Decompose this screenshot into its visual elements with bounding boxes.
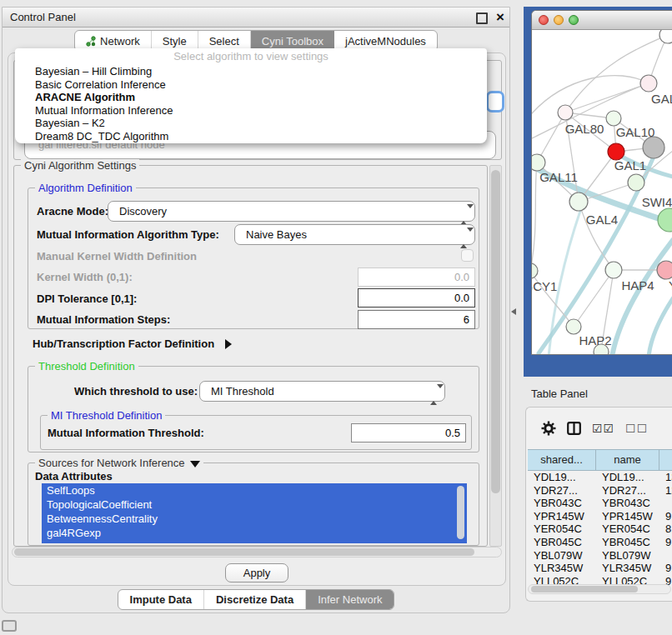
- checked-boxes-icon[interactable]: ☑☑: [592, 422, 614, 435]
- node-table: shared...name YDL19...YDL19...13YDR27...…: [528, 449, 672, 588]
- network-edge[interactable]: [574, 270, 614, 327]
- node-GCY1[interactable]: [532, 263, 538, 278]
- node-label-GAL: GAL: [651, 92, 672, 106]
- network-edge[interactable]: [532, 76, 649, 113]
- hub-tf-definition-label: Hub/Transcription Factor Definition: [33, 338, 214, 350]
- close-window-icon[interactable]: [539, 15, 549, 25]
- dock-panel-icon[interactable]: [2, 620, 17, 632]
- manual-kernel-width-checkbox[interactable]: [461, 249, 474, 262]
- network-canvas[interactable]: GALGAL80GAL10GAL1GAL11SWI4GAL4GCY1HAP4YH…: [532, 30, 672, 355]
- mi-threshold-input[interactable]: [351, 423, 466, 442]
- node-SWI4[interactable]: [628, 174, 644, 191]
- table-cell: YDR27...: [596, 484, 659, 498]
- node-pink-top[interactable]: [640, 75, 657, 92]
- node-pink-right[interactable]: [657, 261, 672, 279]
- network-edge[interactable]: [612, 240, 672, 355]
- node-HAP4[interactable]: [605, 262, 622, 278]
- node-top[interactable]: [659, 30, 672, 43]
- aracne-mode-combo[interactable]: Discovery: [108, 201, 475, 222]
- sources-legend[interactable]: Sources for Network Inference: [35, 457, 203, 469]
- node-GAL80[interactable]: [558, 105, 573, 120]
- dpi-tolerance-input[interactable]: [358, 288, 475, 308]
- table-cell: YLR345W: [596, 562, 659, 575]
- column-header-name[interactable]: name: [596, 450, 659, 470]
- table-cell: YPR145W: [528, 510, 596, 523]
- table-horizontal-scrollbar-thumb[interactable]: [531, 586, 638, 592]
- settings-vertical-scrollbar-thumb[interactable]: [491, 170, 500, 493]
- attribute-item[interactable]: SelfLoops: [42, 483, 467, 498]
- control-panel: Control Panel × NetworkStyleSelectCyni T…: [2, 7, 510, 613]
- bottom-tab-infer-network[interactable]: Infer Network: [306, 590, 394, 609]
- algorithm-combo-focus-fragment[interactable]: [486, 91, 504, 112]
- table-cell: [659, 549, 672, 562]
- settings-vertical-scrollbar[interactable]: [489, 165, 502, 547]
- node-gray[interactable]: [643, 137, 664, 158]
- network-edge[interactable]: [649, 298, 672, 355]
- which-threshold-combo[interactable]: MI Threshold: [199, 381, 445, 402]
- mi-algorithm-type-combo[interactable]: Naive Bayes: [234, 224, 475, 245]
- algorithm-option[interactable]: Basic Correlation Inference: [15, 78, 487, 92]
- threshold-definition-legend: Threshold Definition: [35, 360, 138, 372]
- table-cell: YBR045C: [528, 536, 596, 549]
- attribute-item[interactable]: gal4RGexp: [42, 526, 467, 540]
- network-window-titlebar[interactable]: [532, 11, 672, 30]
- algorithm-option[interactable]: Bayesian – Hill Climbing: [15, 65, 487, 78]
- node-GAL11[interactable]: [532, 154, 545, 171]
- algorithm-option[interactable]: ARACNE Algorithm: [15, 91, 487, 104]
- application-window: Control Panel × NetworkStyleSelectCyni T…: [0, 0, 672, 635]
- table-row[interactable]: YBR045CYBR045C9.: [528, 536, 672, 549]
- column-header-shared...[interactable]: shared...: [528, 450, 596, 470]
- settings-horizontal-scrollbar[interactable]: [12, 547, 502, 558]
- mi-steps-input[interactable]: [358, 310, 475, 329]
- bottom-tab-discretize-data[interactable]: Discretize Data: [204, 590, 306, 609]
- table-horizontal-scrollbar[interactable]: [528, 584, 671, 594]
- network-edge[interactable]: [532, 162, 537, 271]
- unchecked-boxes-icon[interactable]: ☐☐: [625, 422, 648, 435]
- node-GAL4[interactable]: [569, 192, 588, 211]
- node-GAL1[interactable]: [608, 143, 624, 160]
- node-HAP2[interactable]: [566, 319, 581, 334]
- network-view-panel: GALGAL80GAL10GAL1GAL11SWI4GAL4GCY1HAP4YH…: [524, 7, 672, 377]
- table-cell: YER054C: [528, 522, 596, 536]
- table-row[interactable]: YDL19...YDL19...13: [528, 471, 672, 484]
- float-panel-icon[interactable]: [476, 12, 488, 24]
- table-row[interactable]: YER054CYER054C8.: [528, 522, 672, 536]
- zoom-window-icon[interactable]: [569, 15, 579, 25]
- algorithm-option[interactable]: Bayesian – K2: [15, 117, 487, 130]
- network-window: GALGAL80GAL10GAL1GAL11SWI4GAL4GCY1HAP4YH…: [531, 10, 672, 355]
- table-row[interactable]: YLR345WYLR345W9.: [528, 562, 672, 575]
- combo-stepper-icon: [460, 228, 468, 248]
- split-pane-collapse-icon[interactable]: [511, 308, 516, 315]
- bottom-tab-impute-data[interactable]: Impute Data: [118, 590, 204, 609]
- table-row[interactable]: YDR27...YDR27...12: [528, 484, 672, 498]
- node-GAL10[interactable]: [606, 111, 621, 126]
- algorithm-option[interactable]: Mutual Information Inference: [15, 104, 487, 118]
- minimize-window-icon[interactable]: [554, 15, 564, 25]
- tab-label: Select: [209, 35, 239, 48]
- table-row[interactable]: YPR145WYPR145W9.: [528, 510, 672, 523]
- attribute-item[interactable]: BetweennessCentrality: [42, 512, 467, 526]
- gear-icon[interactable]: [541, 421, 556, 436]
- table-row[interactable]: YBL079WYBL079W: [528, 549, 672, 562]
- table-cell: YDR27...: [528, 484, 596, 498]
- hub-tf-definition-toggle[interactable]: Hub/Transcription Factor Definition: [33, 336, 232, 351]
- algorithm-option[interactable]: Dream8 DC_TDC Algorithm: [15, 130, 487, 143]
- attributes-list-scrollbar[interactable]: [457, 486, 464, 539]
- data-attributes-list[interactable]: SelfLoopsTopologicalCoefficientBetweenne…: [42, 483, 467, 543]
- column-header-col3[interactable]: [659, 450, 672, 470]
- apply-button[interactable]: Apply: [225, 563, 288, 582]
- control-panel-titlebar[interactable]: Control Panel ×: [3, 8, 509, 28]
- attribute-item[interactable]: TopologicalCoefficient: [42, 498, 467, 512]
- close-panel-icon[interactable]: ×: [496, 8, 504, 27]
- aracne-mode-value: Discovery: [119, 205, 167, 218]
- threshold-definition-group: Threshold Definition Which threshold to …: [28, 366, 479, 452]
- table-row[interactable]: YBR043CYBR043C: [528, 497, 672, 510]
- network-canvas-svg: GALGAL80GAL10GAL1GAL11SWI4GAL4GCY1HAP4YH…: [532, 30, 672, 355]
- kernel-width-input[interactable]: [358, 268, 475, 287]
- split-columns-icon[interactable]: [567, 422, 581, 435]
- aracne-mode-label: Aracne Mode:: [37, 205, 108, 218]
- table-cell: YER054C: [596, 522, 659, 536]
- settings-horizontal-scrollbar-thumb[interactable]: [14, 548, 474, 556]
- node-green-large[interactable]: [658, 208, 672, 232]
- combo-stepper-icon: [430, 385, 438, 404]
